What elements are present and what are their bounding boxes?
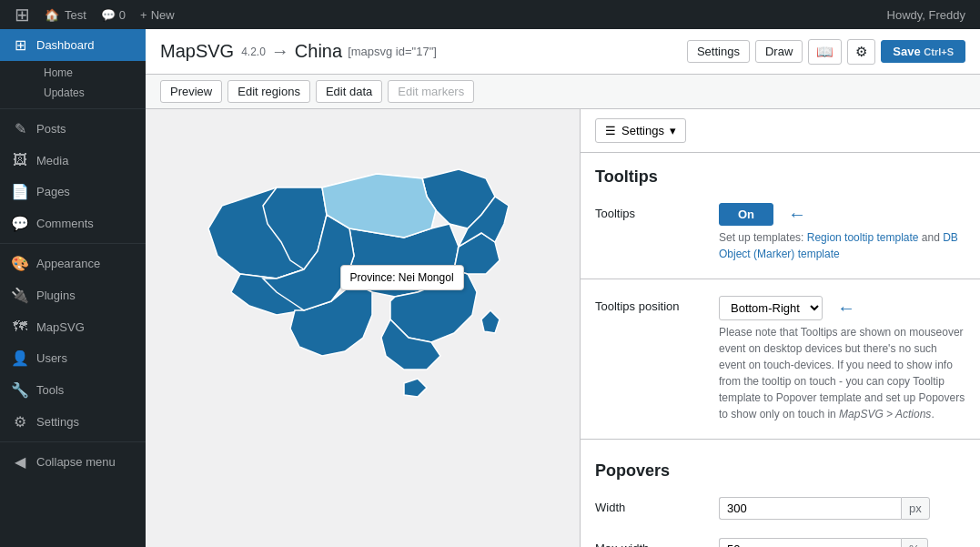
save-label: Save (893, 45, 920, 58)
sidebar-mapsvg-label: MapSVG (36, 320, 85, 334)
settings-menu-chevron: ▾ (670, 124, 676, 137)
sidebar-item-users[interactable]: 👤 Users (0, 342, 146, 374)
position-arrow-icon: ← (837, 298, 855, 319)
adminbar-new-link[interactable]: + New (133, 8, 182, 22)
max-width-input[interactable] (719, 538, 901, 547)
width-unit: px (901, 497, 930, 520)
section-divider-1 (581, 279, 980, 279)
max-width-label: Max-width (595, 538, 704, 547)
edit-markers-button[interactable]: Edit markers (388, 80, 474, 103)
edit-data-button[interactable]: Edit data (316, 80, 382, 103)
page-title: MapSVG4.2.0 → China [mapsvg id="17"] (160, 41, 437, 62)
sidebar-pages-label: Pages (36, 185, 70, 198)
updates-sub-label: Updates (44, 86, 85, 99)
header-actions: Settings Draw 📖 ⚙ Save Ctrl+S (687, 39, 965, 65)
width-row: Width px (581, 488, 980, 529)
sidebar: ⊞ Dashboard Home Updates ✎ Posts 🖼 Media… (0, 29, 146, 547)
sidebar-users-label: Users (36, 351, 67, 365)
adminbar-site-link[interactable]: 🏠 Test (37, 8, 94, 22)
popovers-section-title: Popovers (581, 447, 980, 488)
position-note: Please note that Tooltips are shown on m… (719, 324, 965, 422)
sidebar-item-appearance[interactable]: 🎨 Appearance (0, 248, 146, 279)
main-wrap: ⊞ Dashboard Home Updates ✎ Posts 🖼 Media… (0, 29, 980, 547)
settings-icon: ⚙ (11, 413, 29, 431)
sidebar-item-label: Dashboard (36, 38, 95, 52)
save-button[interactable]: Save Ctrl+S (881, 40, 965, 63)
sidebar-item-posts[interactable]: ✎ Posts (0, 113, 146, 145)
china-map-svg[interactable] (158, 124, 568, 470)
menu-divider-3 (0, 441, 146, 442)
sidebar-item-dashboard[interactable]: ⊞ Dashboard (0, 29, 146, 61)
sidebar-item-media[interactable]: 🖼 Media (0, 145, 146, 176)
sliders-button[interactable]: ⚙ (847, 39, 875, 65)
max-width-row: Max-width % Relative to map width (581, 529, 980, 547)
sidebar-plugins-label: Plugins (36, 289, 76, 302)
book-button[interactable]: 📖 (808, 39, 842, 65)
sidebar-settings-label: Settings (36, 415, 79, 429)
position-note-end: . (931, 408, 934, 420)
preview-button[interactable]: Preview (160, 80, 222, 103)
sidebar-item-settings[interactable]: ⚙ Settings (0, 406, 146, 438)
tooltips-toggle-row: Tooltips On ← Set up templates: Region t… (581, 194, 980, 271)
width-label: Width (595, 497, 704, 514)
title-arrow: → (271, 41, 289, 62)
tooltips-position-control: Bottom-Right Bottom-Left Top-Right Top-L… (719, 296, 965, 422)
sidebar-collapse-label: Collapse menu (36, 455, 116, 469)
pages-icon: 📄 (11, 183, 29, 200)
section-divider-2 (581, 439, 980, 440)
width-input[interactable] (719, 497, 901, 520)
sidebar-collapse-menu[interactable]: ◀ Collapse menu (0, 446, 146, 478)
posts-icon: ✎ (11, 120, 29, 137)
sidebar-item-tools[interactable]: 🔧 Tools (0, 374, 146, 406)
adminbar-howdy: Howdy, Freddy (880, 8, 973, 22)
tooltips-position-select[interactable]: Bottom-Right Bottom-Left Top-Right Top-L… (719, 296, 823, 320)
sidebar-item-plugins[interactable]: 🔌 Plugins (0, 279, 146, 311)
sidebar-media-label: Media (36, 154, 68, 167)
home-icon: 🏠 (45, 8, 59, 22)
settings-panel: ☰ Settings ▾ Tooltips Tooltips On (580, 109, 980, 547)
sidebar-item-pages[interactable]: 📄 Pages (0, 176, 146, 208)
max-width-unit: % (901, 538, 928, 547)
settings-button[interactable]: Settings (687, 40, 750, 63)
plugin-version: 4.2.0 (241, 46, 266, 58)
hint-and: and (918, 231, 943, 244)
map-area: Province: Nei Mongol (146, 109, 580, 547)
edit-regions-button[interactable]: Edit regions (227, 80, 310, 103)
wordpress-logo-icon[interactable]: ⊞ (7, 4, 37, 25)
tooltips-position-label: Tooltips position (595, 296, 704, 313)
draw-button[interactable]: Draw (755, 40, 803, 63)
users-icon: 👤 (11, 349, 29, 367)
map-id-label: [mapsvg id="17"] (348, 45, 437, 58)
tooltip-text: Province: Nei Mongol (350, 271, 454, 284)
map-container: Province: Nei Mongol (158, 124, 568, 470)
sidebar-item-updates[interactable]: Updates (36, 83, 146, 103)
width-control: px (719, 497, 965, 520)
sidebar-item-mapsvg[interactable]: 🗺 MapSVG (0, 311, 146, 342)
sidebar-comments-label: Comments (36, 217, 94, 230)
tooltips-position-label-text: Tooltips position (595, 299, 680, 313)
page-header: MapSVG4.2.0 → China [mapsvg id="17"] Set… (146, 29, 980, 75)
settings-menu-button[interactable]: ☰ Settings ▾ (595, 118, 686, 143)
split-area: Province: Nei Mongol ☰ Settings ▾ Toolti… (146, 109, 980, 547)
adminbar-comments-link[interactable]: 💬 0 (94, 8, 133, 22)
new-label: New (151, 8, 175, 22)
tooltips-hint: Set up templates: Region tooltip templat… (719, 229, 965, 262)
sidebar-appearance-label: Appearance (36, 257, 100, 270)
settings-menu-icon: ☰ (605, 124, 616, 137)
region-tooltip-link[interactable]: Region tooltip template (807, 231, 919, 244)
plus-icon: + (140, 8, 147, 22)
position-note-italic: MapSVG > Actions (839, 408, 931, 420)
plugins-icon: 🔌 (11, 287, 29, 304)
sidebar-item-home[interactable]: Home (36, 63, 146, 83)
tooltips-section: Tooltips Tooltips On ← Set up templates:… (581, 153, 980, 431)
sidebar-item-comments[interactable]: 💬 Comments (0, 208, 146, 239)
save-shortcut: Ctrl+S (924, 46, 954, 57)
plugin-name: MapSVG (160, 41, 234, 62)
tooltips-toggle-button[interactable]: On (719, 203, 773, 226)
menu-divider-2 (0, 243, 146, 244)
toolbar: Preview Edit regions Edit data Edit mark… (146, 75, 980, 109)
tooltips-label: Tooltips (595, 203, 704, 220)
popovers-section: Popovers Width px Max-width (581, 447, 980, 547)
map-name: China (295, 41, 342, 62)
menu-divider-1 (0, 108, 146, 109)
